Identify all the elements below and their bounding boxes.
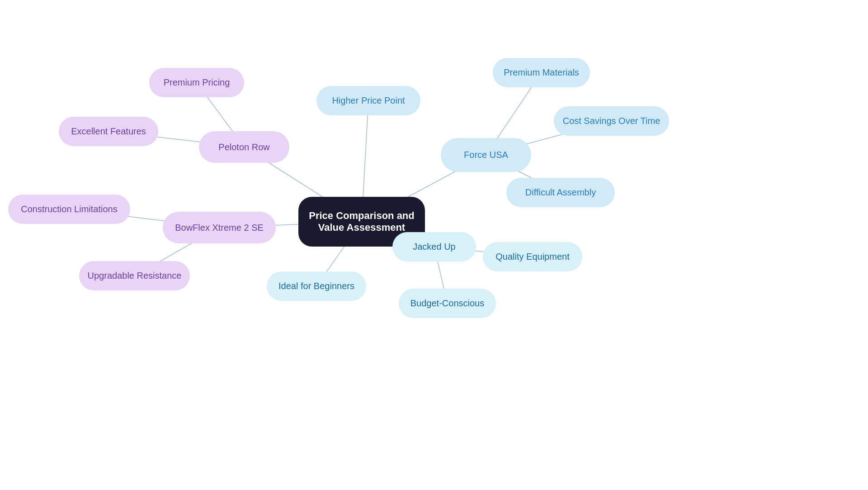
force-usa-node[interactable]: Force USA xyxy=(441,138,531,172)
upgradable-resistance-label: Upgradable Resistance xyxy=(88,271,182,281)
quality-equipment-label: Quality Equipment xyxy=(495,252,569,262)
center-node-label: Price Comparison and Value Assessment xyxy=(298,210,425,233)
bowflex-node[interactable]: BowFlex Xtreme 2 SE xyxy=(163,212,276,243)
difficult-assembly-node[interactable]: Difficult Assembly xyxy=(506,178,615,207)
jacked-up-label: Jacked Up xyxy=(413,242,456,252)
premium-pricing-node[interactable]: Premium Pricing xyxy=(149,68,244,97)
higher-price-point-node[interactable]: Higher Price Point xyxy=(316,86,420,115)
upgradable-resistance-node[interactable]: Upgradable Resistance xyxy=(79,261,190,290)
budget-conscious-label: Budget-Conscious xyxy=(410,298,484,309)
premium-materials-node[interactable]: Premium Materials xyxy=(493,58,590,87)
ideal-beginners-label: Ideal for Beginners xyxy=(278,281,354,291)
construction-limitations-label: Construction Limitations xyxy=(21,204,117,214)
difficult-assembly-label: Difficult Assembly xyxy=(525,187,596,198)
ideal-beginners-node[interactable]: Ideal for Beginners xyxy=(267,271,366,301)
force-usa-label: Force USA xyxy=(464,150,508,160)
budget-conscious-node[interactable]: Budget-Conscious xyxy=(399,289,496,318)
quality-equipment-node[interactable]: Quality Equipment xyxy=(483,242,582,271)
higher-price-point-label: Higher Price Point xyxy=(332,95,405,106)
construction-limitations-node[interactable]: Construction Limitations xyxy=(8,195,130,224)
cost-savings-node[interactable]: Cost Savings Over Time xyxy=(554,106,669,136)
jacked-up-node[interactable]: Jacked Up xyxy=(392,232,476,262)
bowflex-label: BowFlex Xtreme 2 SE xyxy=(175,223,264,233)
peloton-row-node[interactable]: Peloton Row xyxy=(199,131,289,163)
cost-savings-label: Cost Savings Over Time xyxy=(563,116,660,126)
peloton-row-label: Peloton Row xyxy=(218,142,269,152)
excellent-features-label: Excellent Features xyxy=(71,126,146,137)
premium-materials-label: Premium Materials xyxy=(504,67,579,78)
premium-pricing-label: Premium Pricing xyxy=(164,77,230,88)
excellent-features-node[interactable]: Excellent Features xyxy=(59,117,158,146)
